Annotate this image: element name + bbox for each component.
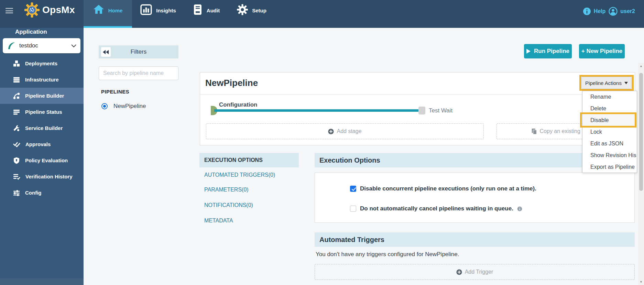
tab-insights[interactable]: Insights	[132, 0, 184, 28]
scroll-up-arrow-icon[interactable]: ▲	[638, 64, 644, 68]
pipeline-actions-button[interactable]: Pipeline Actions	[581, 77, 632, 89]
new-pipeline-button[interactable]: + New Pipeline	[579, 44, 625, 58]
hamburger-menu-icon[interactable]	[6, 8, 13, 13]
info-tooltip-icon[interactable]	[517, 206, 522, 211]
caret-down-icon	[624, 82, 628, 86]
application-selector-value: testdoc	[19, 42, 67, 49]
sidebar-item-approvals[interactable]: Approvals	[0, 136, 84, 152]
opsmx-gear-icon	[24, 2, 40, 18]
test-wait-stage-label: Test Wait	[429, 107, 452, 114]
sidebar-item-deployments[interactable]: Deployments	[0, 55, 84, 72]
no-auto-cancel-option[interactable]: Do not automatically cancel pipelines wa…	[350, 205, 522, 212]
menu-item-disable[interactable]: Disable	[582, 114, 637, 126]
sidebar-item-config[interactable]: Config	[0, 185, 84, 201]
user-avatar-icon	[609, 7, 618, 16]
pipeline-graph-edge	[214, 109, 418, 112]
add-stage-button[interactable]: Add stage	[206, 123, 484, 139]
bars-icon	[13, 109, 20, 116]
active-tab-underline	[84, 26, 132, 28]
pipeline-list-item[interactable]: NewPipeline	[101, 103, 146, 110]
info-icon	[583, 7, 591, 15]
menu-item-lock[interactable]: Lock	[582, 126, 637, 138]
wrench-icon	[13, 125, 20, 132]
tab-audit[interactable]: Audit	[184, 0, 228, 28]
tab-parameters[interactable]: PARAMETERS(0)	[204, 187, 249, 193]
scroll-down-arrow-icon[interactable]: ▼	[638, 280, 644, 284]
application-selector[interactable]: testdoc	[3, 38, 80, 53]
filters-panel-header: Filters	[99, 45, 178, 58]
checkbox-unchecked[interactable]	[350, 206, 356, 212]
scrollbar-thumb[interactable]	[639, 73, 643, 191]
divider	[200, 94, 635, 95]
double-check-icon	[13, 141, 20, 147]
menu-item-edit-as-json[interactable]: Edit as JSON	[582, 138, 637, 150]
pipeline-actions-menu: Rename Delete Disable Lock Edit as JSON …	[582, 91, 637, 173]
sidebar-item-verification-history[interactable]: Verification History	[0, 168, 84, 185]
run-pipeline-button[interactable]: Run Pipeline	[524, 44, 572, 58]
setup-gear-icon	[237, 4, 248, 15]
application-section-label: Application	[15, 29, 47, 35]
opsmx-logo: OpsMx	[24, 2, 75, 18]
app-leaf-icon	[7, 42, 15, 50]
sidebar-footer	[0, 278, 84, 285]
user-menu[interactable]: user2	[609, 7, 635, 16]
sidebar: Application testdoc Deployments Infrastr…	[0, 28, 84, 285]
pipeline-radio-selected[interactable]	[101, 103, 108, 109]
main-content: Filters PIPELINES NewPipeline Run Pipeli…	[84, 28, 644, 285]
menu-item-show-revision-history[interactable]: Show Revision His	[582, 150, 637, 161]
tab-home[interactable]: Home	[84, 0, 132, 28]
tab-setup[interactable]: Setup	[228, 0, 275, 28]
tab-metadata[interactable]: METADATA	[204, 218, 233, 224]
audit-book-icon	[193, 4, 203, 15]
filters-title: Filters	[99, 45, 178, 58]
pipeline-title: NewPipeline	[205, 78, 258, 88]
pipelines-heading: PIPELINES	[101, 89, 129, 95]
sidebar-item-infrastructure[interactable]: Infrastructure	[0, 72, 84, 88]
automated-triggers-heading: Automated Triggers	[315, 232, 635, 247]
menu-item-rename[interactable]: Rename	[582, 91, 637, 103]
play-icon	[526, 49, 531, 54]
sidebar-item-pipeline-builder[interactable]: Pipeline Builder	[0, 88, 84, 104]
home-icon	[93, 4, 104, 14]
tab-execution-options[interactable]: EXECUTION OPTIONS	[199, 153, 299, 167]
sidebar-item-pipeline-status[interactable]: Pipeline Status	[0, 104, 84, 120]
sidebar-item-policy-evaluation[interactable]: Policy Evaluation	[0, 152, 84, 168]
vertical-scrollbar[interactable]: ▲ ▼	[638, 28, 644, 285]
execution-options-panel: Disable concurrent pipeline executions (…	[315, 173, 635, 223]
configuration-node-label: Configuration	[219, 101, 257, 108]
sliders-icon	[13, 189, 20, 196]
copy-icon	[531, 128, 537, 135]
triggers-empty-text: You don't have any triggers configured f…	[316, 251, 459, 258]
top-nav: OpsMx Home Insights Audit	[0, 0, 644, 28]
add-trigger-button[interactable]: Add Trigger	[315, 264, 635, 280]
sidebar-item-service-builder[interactable]: Service Builder	[0, 120, 84, 136]
chevron-down-icon	[71, 44, 76, 47]
plus-circle-icon	[328, 129, 334, 134]
insights-chart-icon	[140, 4, 152, 15]
shield-icon	[13, 157, 20, 164]
pipeline-branch-icon	[13, 92, 20, 99]
help-button[interactable]: Help	[583, 7, 606, 15]
pipeline-card: NewPipeline Configuration Test Wait Add …	[200, 72, 635, 145]
list-check-icon	[13, 173, 20, 180]
test-wait-stage-node[interactable]	[418, 107, 425, 114]
menu-item-export-as-pipeline[interactable]: Export as Pipeline	[582, 161, 637, 173]
cubes-icon	[13, 60, 20, 67]
server-icon	[13, 76, 20, 83]
disable-concurrent-option[interactable]: Disable concurrent pipeline executions (…	[350, 185, 536, 192]
checkbox-checked[interactable]	[350, 186, 356, 192]
pipeline-search-input[interactable]	[99, 66, 178, 80]
tab-notifications[interactable]: NOTIFICATIONS(0)	[204, 202, 253, 208]
menu-item-delete[interactable]: Delete	[582, 103, 637, 114]
plus-circle-icon	[456, 269, 462, 275]
tab-automated-triggers[interactable]: AUTOMATED TRIGGERS(0)	[204, 172, 275, 178]
brand-name: OpsMx	[42, 4, 75, 15]
